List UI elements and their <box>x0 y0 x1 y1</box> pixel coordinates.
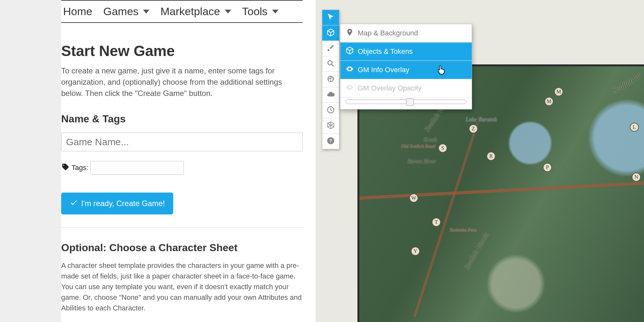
map-pin[interactable]: N <box>632 173 641 182</box>
character-sheet-heading: Optional: Choose a Character Sheet <box>61 242 303 254</box>
tool-measure[interactable] <box>322 72 339 87</box>
map-label-svalich-woods-ne: Svalich W <box>611 72 642 95</box>
map-pin[interactable]: L <box>630 123 639 132</box>
cursor-icon <box>327 13 335 23</box>
caret-down-icon <box>272 10 279 14</box>
cloud-icon <box>327 90 335 100</box>
nav-home[interactable]: Home <box>63 5 92 18</box>
game-name-input[interactable] <box>61 133 303 151</box>
tool-dice[interactable] <box>322 118 339 134</box>
map-pin[interactable]: Z <box>469 124 478 133</box>
nav-games-label: Games <box>103 5 139 18</box>
clock-icon <box>327 106 335 115</box>
tool-zoom[interactable] <box>322 56 339 72</box>
nav-games[interactable]: Games <box>103 5 150 18</box>
nav-marketplace-label: Marketplace <box>160 5 220 18</box>
d20-icon <box>327 121 335 131</box>
start-new-game-panel: Home Games Marketplace Tools Start New G… <box>0 0 316 322</box>
layer-gm-info-overlay[interactable]: GM Info Overlay <box>340 61 472 79</box>
layer-label: Objects & Tokens <box>358 47 413 56</box>
tags-label: Tags: <box>71 164 89 172</box>
eye-icon <box>346 65 354 75</box>
map-pin[interactable]: M <box>545 97 554 106</box>
map-road-decoration <box>413 122 479 317</box>
tags-input[interactable] <box>90 161 184 175</box>
magnifier-icon <box>327 59 335 69</box>
map-label-old-svalich-road: Old Svalich Road <box>401 144 435 149</box>
nav-tools[interactable]: Tools <box>242 5 279 18</box>
divider <box>61 227 303 228</box>
svg-text:?: ? <box>329 138 332 143</box>
gm-overlay-opacity-slider[interactable] <box>346 99 467 104</box>
tool-turn-tracker[interactable] <box>322 103 339 118</box>
eye-icon <box>346 83 354 93</box>
map-label-tsolenka-pass: Tsolenka Pass <box>450 227 477 233</box>
page-intro: To create a new game, just give it a nam… <box>61 65 303 99</box>
map-pin[interactable]: Y <box>411 247 420 256</box>
create-game-button[interactable]: I'm ready, Create Game! <box>61 193 173 214</box>
layer-map-background[interactable]: Map & Background <box>340 24 472 43</box>
map-pin[interactable]: P <box>543 163 552 172</box>
map-pin[interactable]: R <box>487 152 496 161</box>
map-label-raven-river: Raven River <box>408 158 436 165</box>
layer-label: Map & Background <box>358 29 418 37</box>
character-sheet-desc: A character sheet template provides the … <box>61 260 303 313</box>
brush-icon <box>327 44 335 53</box>
slider-track <box>346 99 467 104</box>
map-pin[interactable]: T <box>432 218 441 227</box>
map-pin-icon <box>346 28 354 38</box>
top-nav: Home Games Marketplace Tools <box>61 0 303 23</box>
nav-marketplace[interactable]: Marketplace <box>160 5 231 18</box>
nav-home-label: Home <box>63 5 92 18</box>
tool-draw[interactable] <box>322 41 339 56</box>
create-game-button-label: I'm ready, Create Game! <box>81 199 165 208</box>
layer-gm-overlay-opacity: GM Overlay Opacity <box>340 79 472 98</box>
vtt-toolbar: ? <box>322 10 339 149</box>
tool-select[interactable] <box>322 10 339 25</box>
vtt-editor-panel: Svalich Woods Svalich W Svalich Woods La… <box>316 0 644 322</box>
tag-icon <box>61 163 70 173</box>
map-label-lake-baratok: Lake Baratok <box>466 116 497 123</box>
svg-point-0 <box>328 61 332 65</box>
caret-down-icon <box>143 10 149 14</box>
tool-fog[interactable] <box>322 87 339 103</box>
caret-down-icon <box>225 10 231 14</box>
map-label-svalich-woods-sw: Svalich Woods <box>463 231 491 271</box>
page-title: Start New Game <box>61 42 303 60</box>
help-icon: ? <box>327 137 335 146</box>
tool-help[interactable]: ? <box>322 134 339 149</box>
layer-label: GM Info Overlay <box>358 66 409 74</box>
slider-thumb[interactable] <box>406 99 414 106</box>
tool-layers[interactable] <box>322 25 339 41</box>
map-pin[interactable]: S <box>438 144 447 153</box>
layers-popout: Map & Background Objects & Tokens GM Inf… <box>340 24 472 109</box>
layer-label: GM Overlay Opacity <box>358 84 421 92</box>
check-icon <box>70 198 78 209</box>
map-pin[interactable]: M <box>554 87 563 96</box>
nav-tools-label: Tools <box>242 5 268 18</box>
layer-objects-tokens[interactable]: Objects & Tokens <box>340 43 472 61</box>
cube-icon <box>346 46 354 57</box>
cube-icon <box>327 28 335 38</box>
map-road-decoration <box>359 182 644 200</box>
name-tags-heading: Name & Tags <box>61 113 303 125</box>
map-label-krezk: Krezk <box>424 137 437 143</box>
map-pin[interactable]: W <box>409 194 418 203</box>
target-icon <box>327 75 335 84</box>
